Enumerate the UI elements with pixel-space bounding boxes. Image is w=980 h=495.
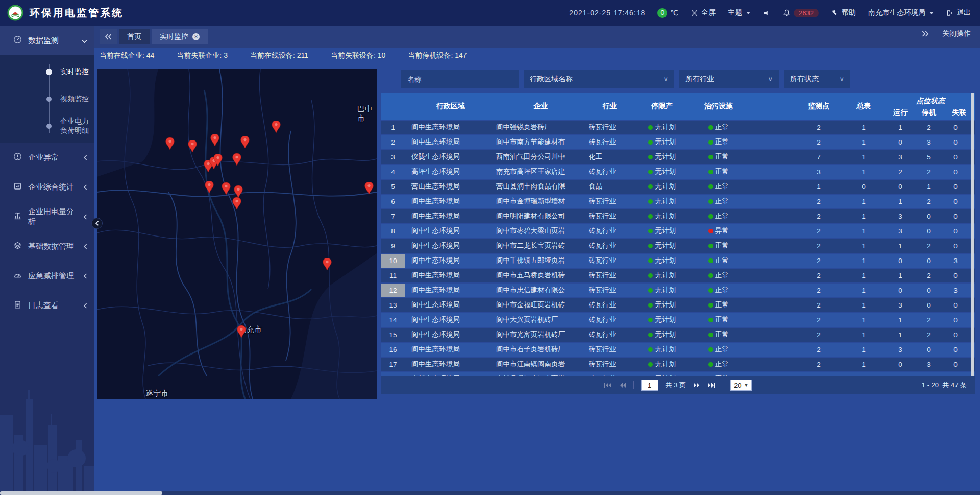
tab-实时监控[interactable]: 实时监控✕ [152,29,208,44]
table-row[interactable]: 3仪陇生态环境局西南油气田分公司川中化工无计划正常71350 [381,150,975,164]
cell-row-number: 9 [381,239,405,253]
help-button[interactable]: 帮助 [831,8,856,17]
map-pin[interactable] [232,153,241,166]
sidebar-item-日志查看[interactable]: 日志查看 [0,291,94,320]
cell-halt-count: 2 [915,239,943,253]
cell-row-number: 4 [381,165,405,179]
double-chevron-right-icon[interactable] [922,31,929,37]
table-row[interactable]: 7阆中生态环境局阆中明阳建材有限公司砖瓦行业无计划正常21300 [381,209,975,223]
logout-label: 退出 [957,8,971,17]
cell-spacer [747,358,796,371]
sidebar-item-数据监测[interactable]: 数据监测 [0,26,94,55]
cell-spacer [747,343,796,357]
table-row[interactable]: 13阆中生态环境局阆中市金福旺页岩机砖砖瓦行业无计划正常21300 [381,298,975,312]
log-icon [13,300,22,311]
page-size-select[interactable]: 20 ▼ [730,380,752,391]
table-vertical-scrollbar[interactable] [971,93,974,376]
map-collapse-button[interactable] [91,218,103,229]
fullscreen-button[interactable]: 全屏 [691,8,716,17]
table-row[interactable]: 5营山生态环境局营山县润丰肉食品有限食品无计划正常10010 [381,180,975,194]
chevron-down-icon: ▼ [744,383,749,388]
table-row[interactable]: 8阆中生态环境局阆中市枣碧大梁山页岩砖瓦行业无计划异常21300 [381,224,975,238]
map-pin[interactable] [222,182,231,195]
last-page-button[interactable] [707,382,716,388]
sidebar-item-企业综合统计[interactable]: 企业综合统计 [0,172,94,202]
column-header-run: 运行 [886,106,915,120]
first-page-icon [604,382,612,388]
table-row[interactable]: 2阆中生态环境局阆中市南方节能建材有砖瓦行业无计划正常21030 [381,135,975,149]
tab-bar-right: 关闭操作 [922,29,973,38]
table-row[interactable]: 16阆中生态环境局阆中市石子页岩机砖厂砖瓦行业无计划正常21300 [381,343,975,357]
table-row[interactable]: 18南部生态环境局南部县碾垭乡洄水页岩砖瓦行业无计划正常21030 [381,372,975,376]
map-pin[interactable] [232,197,241,209]
map-panel[interactable]: 巴中市南充市遂宁市 [97,69,377,399]
chevron-left-icon [83,272,87,280]
stat-当前停机设备: 当前停机设备: 147 [408,51,467,60]
tabs-scroll-left-button[interactable] [100,29,117,44]
table-row[interactable]: 11阆中生态环境局阆中市五马桥页岩机砖砖瓦行业无计划正常21120 [381,269,975,282]
map-pin[interactable] [205,181,214,193]
map-pin[interactable] [234,185,243,198]
industry-select-value: 所有行业 [685,75,714,84]
location-pin-icon [205,181,214,193]
sidebar-item-基础数据管理[interactable]: 基础数据管理 [0,231,94,261]
first-page-button[interactable] [604,382,612,388]
theme-menu[interactable]: 主题 [728,8,750,17]
sidebar-item-企业异常[interactable]: 企业异常 [0,143,94,172]
mute-button[interactable] [763,9,770,17]
region-select[interactable]: 行政区域名称 ∨ [524,70,674,88]
sidebar-subitem-企业电力负荷明细[interactable]: 企业电力负荷明细 [0,112,94,139]
next-page-button[interactable] [693,382,700,388]
previous-page-button[interactable] [619,382,626,388]
table-row[interactable]: 17阆中生态环境局阆中市江南镇阆南页岩砖瓦行业无计划正常21030 [381,358,975,371]
table-row[interactable]: 4高坪生态环境局南充市高坪区王家店建砖瓦行业无计划正常31220 [381,165,975,179]
industry-select[interactable]: 所有行业 ∨ [679,70,779,88]
logout-button[interactable]: 退出 [946,8,971,17]
table-row[interactable]: 9阆中生态环境局阆中市二龙长宝页岩砖砖瓦行业无计划正常21120 [381,239,975,253]
tab-首页[interactable]: 首页 [119,29,150,44]
cell-row-number: 18 [381,372,405,376]
map-pin[interactable] [210,134,219,146]
table-row[interactable]: 14阆中生态环境局阆中大兴页岩机砖厂砖瓦行业无计划正常21120 [381,313,975,327]
sidebar-item-企业用电量分析[interactable]: 企业用电量分析 [0,202,94,231]
map-pin[interactable] [364,182,374,194]
sidebar-subitem-视频监控[interactable]: 视频监控 [0,85,94,112]
cell-facility-status: 正常 [690,135,747,149]
sidebar-subitem-实时监控[interactable]: 实时监控 [0,58,94,85]
map-pin[interactable] [165,137,175,150]
user-menu[interactable]: 南充市生态环境局 [868,8,934,17]
status-select[interactable]: 所有状态 ∨ [784,70,850,88]
cell-region: 南部生态环境局 [405,372,496,376]
close-operations-button[interactable]: 关闭操作 [942,29,971,38]
map-pin[interactable] [188,140,197,152]
map-pin[interactable] [272,121,281,133]
column-header-point-status-group: 点位状态 [886,93,975,106]
table-row[interactable]: 12阆中生态环境局阆中市忠信建材有限公砖瓦行业无计划正常21003 [381,284,975,297]
name-search-input[interactable] [401,70,519,88]
cell-lost-count: 0 [943,224,975,238]
table-row[interactable]: 15阆中生态环境局阆中市光富页岩机砖厂砖瓦行业无计划正常21120 [381,328,975,342]
table-row[interactable]: 1阆中生态环境局阆中强锐页岩砖厂砖瓦行业无计划正常21120 [381,121,975,134]
enterprise-table: 行政区域 企业 行业 停限产 治污设施 监测点 总表 点位状态 运行 停机 失联 [381,93,975,376]
map-pin[interactable] [240,136,250,148]
notifications[interactable]: 2632 [782,9,819,17]
cell-spacer [747,313,796,327]
table-row[interactable]: 10阆中生态环境局阆中千佛镇五郎垭页岩砖瓦行业无计划正常21003 [381,254,975,268]
map-pin[interactable] [323,258,332,270]
stats-bar: 当前在线企业: 44当前失联企业: 3当前在线设备: 211当前失联设备: 10… [94,48,980,63]
horizontal-scrollbar-thumb[interactable] [0,491,162,495]
status-dot-icon [708,347,713,352]
status-dot-icon [648,288,653,293]
cell-spacer [747,239,796,253]
table-row[interactable]: 6阆中生态环境局阆中市金博瑞新型墙材砖瓦行业无计划正常21120 [381,195,975,208]
map-pin[interactable] [237,325,246,338]
tab-close-icon[interactable]: ✕ [192,33,200,40]
map-pin[interactable] [213,154,223,166]
cell-company: 阆中市光富页岩机砖厂 [496,328,585,342]
column-header-region: 行政区域 [405,93,496,120]
page-number-input[interactable] [641,380,658,391]
cell-stop-status: 无计划 [634,224,690,238]
horizontal-scrollbar[interactable] [0,491,980,495]
cell-stop-status: 无计划 [634,298,690,312]
sidebar-item-应急减排管理[interactable]: 应急减排管理 [0,261,94,291]
